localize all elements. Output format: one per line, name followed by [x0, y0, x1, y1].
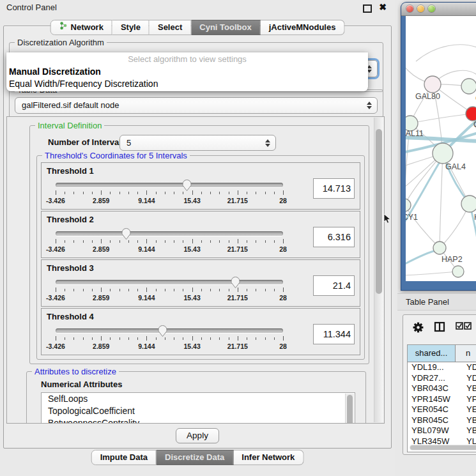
threshold-value-field[interactable]: 21.4: [313, 275, 355, 296]
node-label: HAP2: [441, 255, 463, 264]
dropdown-option-manual[interactable]: Manual Discretization: [6, 66, 368, 78]
threshold-slider[interactable]: -3.4262.8599.14415.4321.71528: [56, 181, 283, 205]
table-row[interactable]: YBL079WYBL0: [408, 426, 476, 436]
list-scrollbar[interactable]: [345, 394, 354, 424]
slider-ticks: [56, 238, 283, 244]
threshold-slider[interactable]: -3.4262.8599.14415.4321.71528: [56, 229, 283, 254]
cell-shared-name: YDL19...: [408, 362, 463, 373]
horizontal-scrollbar[interactable]: [410, 445, 476, 450]
float-icon[interactable]: [363, 4, 372, 13]
slider-ticks: [56, 190, 283, 196]
threshold-slider[interactable]: -3.4262.8599.14415.4321.71528: [56, 278, 283, 302]
tab-cyni-toolbox[interactable]: Cyni Toolbox: [191, 20, 260, 35]
network-edge-highlighted: [406, 250, 438, 269]
apply-button[interactable]: Apply: [176, 428, 219, 443]
tab-label: Cyni Toolbox: [199, 20, 251, 35]
tab-jactivemnodules[interactable]: jActiveMNodules: [261, 20, 345, 35]
node-label: GAL4: [445, 162, 466, 171]
checkbox-icons[interactable]: [456, 321, 472, 333]
threshold-row: Threshold 1-3.4262.8599.14415.4321.71528…: [41, 162, 360, 210]
table-data-select[interactable]: galFiltered.sif default node: [15, 97, 378, 114]
tab-label: Discretize Data: [165, 450, 224, 464]
table-row[interactable]: YLR345WYLR3: [408, 436, 476, 445]
attributes-list[interactable]: SelfLoopsTopologicalCoefficientBetweenne…: [41, 392, 355, 424]
tab-style[interactable]: Style: [112, 20, 150, 35]
attribute-item[interactable]: BetweennessCentrality: [42, 417, 355, 424]
tab-label: Style: [121, 20, 141, 35]
table-row[interactable]: YDL19...YDL1: [408, 362, 476, 373]
network-node[interactable]: [433, 143, 453, 164]
mac-titlebar[interactable]: [401, 3, 476, 16]
network-node[interactable]: [406, 199, 411, 211]
algorithm-dropdown-popup: Select algorithm to view settings Manual…: [6, 52, 368, 91]
network-edge: [416, 45, 476, 61]
bottom-tab-infer-network[interactable]: Infer Network: [233, 450, 303, 465]
bottom-tab-impute-data[interactable]: Impute Data: [91, 450, 157, 465]
column-header-shared[interactable]: shared...: [408, 345, 456, 362]
split-column-icon[interactable]: [434, 321, 445, 335]
combo-stepper-icon[interactable]: [265, 139, 271, 148]
slider-track[interactable]: [56, 231, 283, 236]
dropdown-option-equal-width[interactable]: Equal Width/Frequency Discretization: [6, 78, 368, 90]
network-node[interactable]: [452, 266, 464, 277]
threshold-label: Threshold 4: [47, 312, 94, 321]
numerical-attributes-label: Numerical Attributes: [41, 380, 122, 389]
cell-name: YBL0: [463, 426, 476, 436]
table-rows: YDL19...YDL1YDR27...YDR2YBR043CYBR0YPR14…: [408, 362, 476, 444]
number-of-intervals-select[interactable]: 5: [119, 135, 276, 151]
attribute-item[interactable]: SelfLoops: [42, 393, 355, 405]
table-row[interactable]: YBR045CYBR0: [408, 415, 476, 426]
bottom-tab-discretize-data[interactable]: Discretize Data: [157, 450, 233, 465]
network-edge: [440, 153, 443, 248]
scrollbar-thumb[interactable]: [410, 445, 476, 450]
cell-name: YDL1: [463, 362, 476, 373]
mac-zoom-icon[interactable]: [428, 5, 435, 12]
panel-scrollbar[interactable]: [374, 118, 383, 422]
threshold-value-field[interactable]: 11.344: [313, 324, 355, 344]
network-node[interactable]: [433, 242, 446, 254]
node-label: GAL11: [406, 129, 424, 138]
scrollbar-thumb[interactable]: [376, 129, 382, 294]
threshold-rows: Threshold 1-3.4262.8599.14415.4321.71528…: [41, 162, 360, 357]
column-header-name[interactable]: n: [456, 345, 476, 362]
table-row[interactable]: YPR145WYPR1: [408, 394, 476, 405]
slider-track[interactable]: [56, 328, 283, 333]
cell-name: YBR0: [463, 383, 476, 394]
node-table[interactable]: shared... n YDL19...YDL1YDR27...YDR2YBR0…: [407, 344, 476, 452]
network-node[interactable]: [461, 196, 476, 212]
gear-icon[interactable]: [412, 321, 424, 336]
slider-track[interactable]: [56, 183, 283, 187]
network-node[interactable]: [461, 79, 476, 94]
slider-track[interactable]: [56, 280, 283, 284]
mac-minimize-icon[interactable]: [417, 5, 424, 12]
close-icon[interactable]: ✖: [379, 1, 387, 13]
slider-scale-labels: -3.4262.8599.14415.4321.71528: [56, 294, 283, 302]
network-node[interactable]: [424, 76, 441, 93]
threshold-row: Threshold 2-3.4262.8599.14415.4321.71528…: [41, 211, 360, 258]
network-view-window: GAL80GCGAL11GAL4GCY1HHAP2: [401, 2, 476, 291]
table-header: shared... n: [408, 345, 476, 362]
network-node[interactable]: [466, 107, 476, 121]
threshold-value-field[interactable]: 14.713: [313, 178, 355, 199]
slider-scale-labels: -3.4262.8599.14415.4321.71528: [56, 245, 283, 253]
network-canvas[interactable]: GAL80GCGAL11GAL4GCY1HHAP2: [406, 16, 476, 281]
scrollbar-thumb[interactable]: [347, 395, 353, 424]
table-row[interactable]: YBR043CYBR0: [408, 383, 476, 394]
combo-stepper-icon[interactable]: [367, 101, 372, 110]
slider-scale-labels: -3.4262.8599.14415.4321.71528: [56, 197, 283, 204]
cell-shared-name: YDR27...: [408, 373, 463, 384]
table-row[interactable]: YDR27...YDR2: [408, 373, 476, 384]
attribute-item[interactable]: TopologicalCoefficient: [42, 405, 355, 417]
cell-name: YBR0: [463, 415, 476, 426]
right-pane: GAL80GCGAL11GAL4GCY1HHAP2 Table Panel sh…: [397, 0, 476, 476]
table-panel: shared... n YDL19...YDL1YDR27...YDR2YBR0…: [403, 314, 476, 455]
table-row[interactable]: YER054CYER0: [408, 404, 476, 415]
thresholds-group: Threshold's Coordinates for 5 Intervals …: [36, 155, 365, 360]
threshold-value-field[interactable]: 6.316: [313, 227, 355, 247]
cell-shared-name: YLR345W: [408, 436, 463, 445]
slider-scale-labels: -3.4262.8599.14415.4321.71528: [56, 342, 283, 350]
tab-network[interactable]: Network: [50, 20, 112, 35]
tab-select[interactable]: Select: [150, 20, 191, 35]
threshold-slider[interactable]: -3.4262.8599.14415.4321.71528: [56, 326, 283, 351]
mac-close-icon[interactable]: [406, 5, 413, 12]
